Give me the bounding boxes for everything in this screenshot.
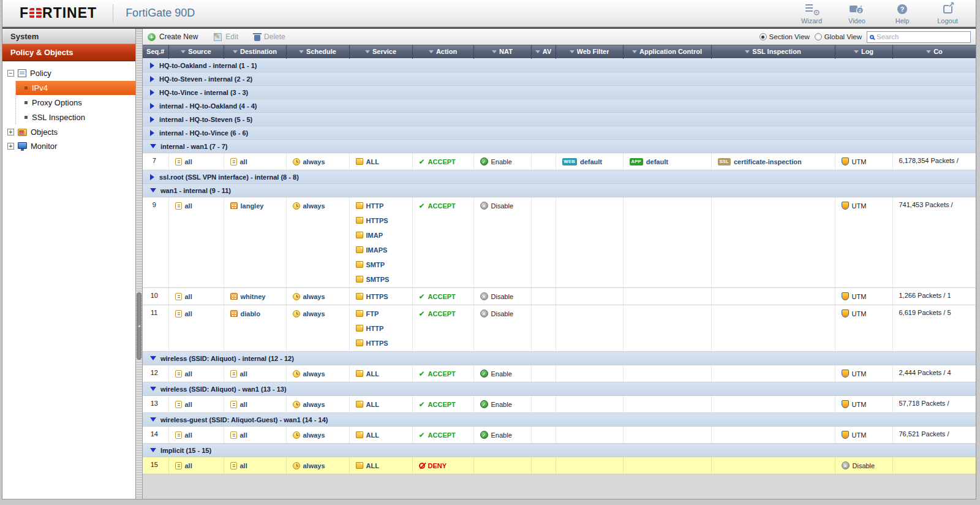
- cell-entry[interactable]: ALL: [356, 430, 410, 440]
- filter-funnel-icon[interactable]: [365, 50, 370, 53]
- web-filter-cell[interactable]: [556, 305, 623, 351]
- policy-group-cell[interactable]: wireless-guest (SSID: Aliquot-Guest) - w…: [143, 412, 976, 426]
- service-cell[interactable]: ALL: [349, 457, 412, 474]
- cell-entry[interactable]: HTTP: [356, 324, 410, 333]
- collapse-arrow-icon[interactable]: [150, 417, 156, 422]
- cell-entry[interactable]: all: [230, 157, 284, 167]
- schedule-cell[interactable]: always: [286, 365, 349, 382]
- web-filter-cell[interactable]: WEBdefault: [556, 153, 623, 170]
- global-view-radio[interactable]: Global View: [815, 33, 862, 40]
- cell-entry[interactable]: HTTP: [356, 201, 410, 211]
- policy-row-9[interactable]: 9alllangleyalwaysHTTPHTTPSIMAPIMAPSSMTPS…: [143, 197, 976, 287]
- logout-button[interactable]: Logout: [933, 2, 962, 25]
- cell-entry[interactable]: all: [230, 369, 284, 379]
- action-cell[interactable]: ACCEPT: [412, 153, 473, 170]
- filter-funnel-icon[interactable]: [632, 50, 637, 53]
- cell-entry[interactable]: all: [175, 292, 221, 302]
- expand-arrow-icon[interactable]: [150, 116, 154, 123]
- filter-funnel-icon[interactable]: [745, 50, 750, 53]
- application-control-cell[interactable]: [623, 457, 711, 474]
- policy-row-12[interactable]: 12allallalwaysALLACCEPTEnableUTM2,444 Pa…: [143, 365, 976, 382]
- cell-entry[interactable]: always: [293, 309, 347, 319]
- cell-entry[interactable]: HTTPS: [356, 216, 410, 226]
- cell-entry[interactable]: all: [230, 430, 284, 440]
- column-header-co[interactable]: Co: [892, 45, 976, 58]
- av-cell[interactable]: [531, 197, 556, 287]
- filter-funnel-icon[interactable]: [299, 50, 304, 53]
- cell-entry[interactable]: IMAP: [356, 230, 410, 240]
- destination-cell[interactable]: all: [224, 365, 286, 382]
- help-button[interactable]: Help: [888, 2, 917, 25]
- expand-arrow-icon[interactable]: [150, 130, 154, 136]
- collapse-arrow-icon[interactable]: [150, 356, 156, 360]
- policy-group-cell[interactable]: HQ-to-Vince - internal (3 - 3): [143, 85, 976, 99]
- action-cell[interactable]: DENY: [412, 457, 473, 474]
- tree-item-objects[interactable]: Objects: [31, 127, 58, 137]
- cell-entry[interactable]: UTM: [842, 292, 890, 302]
- service-cell[interactable]: ALL: [349, 426, 412, 443]
- seq-cell[interactable]: 10: [143, 287, 168, 305]
- policy-group-cell[interactable]: Implicit (15 - 15): [143, 443, 976, 457]
- cell-entry[interactable]: always: [293, 201, 347, 211]
- nat-cell[interactable]: Disable: [473, 305, 531, 351]
- cell-entry[interactable]: Disable: [480, 309, 529, 319]
- destination-cell[interactable]: all: [224, 395, 286, 412]
- cell-entry[interactable]: ALL: [356, 157, 410, 167]
- application-control-cell[interactable]: [623, 287, 711, 305]
- column-header-nat[interactable]: NAT: [473, 45, 531, 58]
- column-header-seq-[interactable]: Seq.#: [143, 45, 168, 58]
- search-input[interactable]: [876, 33, 968, 40]
- cell-entry[interactable]: Enable: [480, 157, 529, 167]
- cell-entry[interactable]: UTM: [842, 430, 890, 440]
- cell-entry[interactable]: Disable: [480, 292, 529, 302]
- filter-funnel-icon[interactable]: [429, 50, 434, 53]
- application-control-cell[interactable]: [623, 426, 711, 443]
- seq-cell[interactable]: 14: [143, 426, 168, 443]
- source-cell[interactable]: all: [168, 287, 224, 305]
- cell-entry[interactable]: always: [293, 292, 347, 302]
- cell-entry[interactable]: all: [230, 400, 284, 409]
- source-cell[interactable]: all: [168, 365, 224, 382]
- cell-entry[interactable]: SMTPS: [356, 275, 410, 284]
- cell-entry[interactable]: langley: [230, 201, 284, 211]
- destination-cell[interactable]: diablo: [224, 305, 286, 351]
- tree-item-proxy-options[interactable]: Proxy Options: [16, 96, 135, 110]
- av-cell[interactable]: [531, 395, 556, 412]
- filter-funnel-icon[interactable]: [181, 50, 186, 53]
- count-cell[interactable]: [892, 457, 976, 474]
- cell-entry[interactable]: ACCEPT: [419, 430, 471, 440]
- log-cell[interactable]: UTM: [835, 365, 892, 382]
- policy-group-cell[interactable]: internal - wan1 (7 - 7): [143, 139, 976, 153]
- cell-entry[interactable]: UTM: [842, 201, 890, 211]
- cell-entry[interactable]: diablo: [230, 309, 284, 319]
- cell-entry[interactable]: always: [293, 369, 347, 379]
- cell-entry[interactable]: ACCEPT: [419, 400, 471, 409]
- destination-cell[interactable]: langley: [224, 197, 286, 287]
- av-cell[interactable]: [531, 457, 556, 474]
- ssl-inspection-cell[interactable]: [711, 395, 835, 412]
- policy-row-15[interactable]: 15allallalwaysALLDENYDisable: [143, 457, 976, 474]
- policy-group-row[interactable]: HQ-to-Oakland - internal (1 - 1): [143, 58, 976, 72]
- column-header-schedule[interactable]: Schedule: [286, 45, 349, 58]
- column-header-application-control[interactable]: Application Control: [623, 45, 711, 58]
- cell-entry[interactable]: IMAPS: [356, 245, 410, 255]
- policy-group-row[interactable]: wireless (SSID: Aliquot) - internal (12 …: [143, 351, 976, 365]
- policy-group-row[interactable]: internal - HQ-to-Oakland (4 - 4): [143, 99, 976, 112]
- count-cell[interactable]: 741,453 Packets /: [892, 197, 976, 287]
- action-cell[interactable]: ACCEPT: [412, 395, 473, 412]
- service-cell[interactable]: HTTPHTTPSIMAPIMAPSSMTPSMTPS: [349, 197, 412, 287]
- count-cell[interactable]: 6,178,354 Packets /: [892, 153, 976, 170]
- policy-group-row[interactable]: wan1 - internal (9 - 11): [143, 183, 976, 197]
- cell-entry[interactable]: WEBdefault: [562, 157, 620, 167]
- cell-entry[interactable]: DENY: [419, 461, 471, 471]
- policy-group-cell[interactable]: HQ-to-Steven - internal (2 - 2): [143, 72, 976, 85]
- count-cell[interactable]: 2,444 Packets / 4: [892, 365, 976, 382]
- cell-entry[interactable]: all: [175, 309, 221, 319]
- application-control-cell[interactable]: [623, 365, 711, 382]
- seq-cell[interactable]: 12: [143, 365, 168, 382]
- cell-entry[interactable]: UTM: [842, 369, 890, 379]
- section-view-radio[interactable]: Section View: [760, 33, 810, 40]
- av-cell[interactable]: [531, 287, 556, 305]
- cell-entry[interactable]: UTM: [842, 157, 890, 167]
- column-header-ssl-inspection[interactable]: SSL Inspection: [711, 45, 835, 58]
